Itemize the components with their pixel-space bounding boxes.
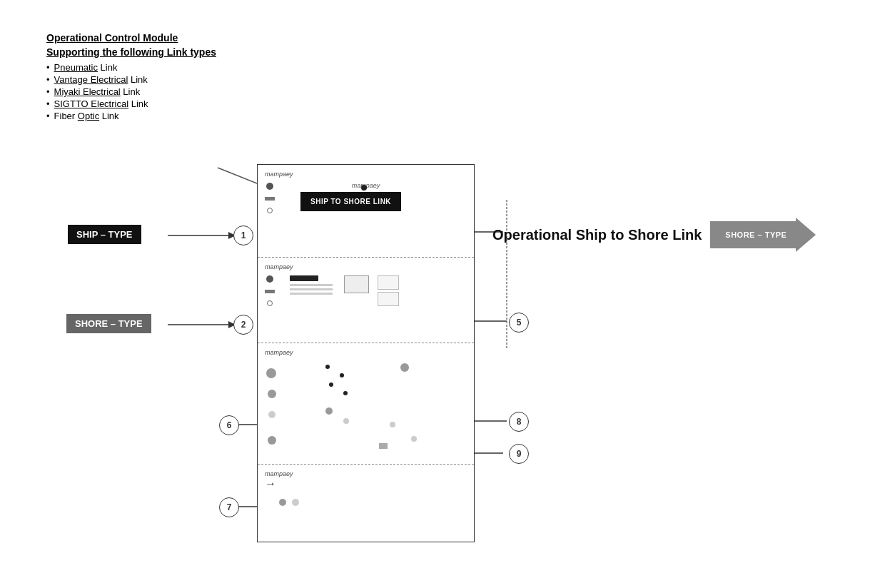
dot-center-3 <box>329 382 333 387</box>
rect-2 <box>265 290 275 293</box>
brand-label-1: mampaey <box>265 171 467 178</box>
dot-right-3 <box>411 436 417 442</box>
shore-type-label: SHORE – TYPE <box>66 314 151 333</box>
dot-mid-2 <box>343 418 349 424</box>
dot-center-2 <box>340 373 344 377</box>
dot-right-2 <box>390 422 395 427</box>
number-circle-6: 6 <box>219 415 239 435</box>
arrow-head <box>796 218 816 252</box>
central-panel: mampaey mampaey SHIP TO SHORE LINK mampa… <box>257 164 475 542</box>
panel-left-items-1 <box>265 183 275 213</box>
number-circle-2: 2 <box>233 315 253 335</box>
op-arrow-text: Operational Ship to Shore Link <box>492 227 702 243</box>
op-arrow-container: Operational Ship to Shore Link SHORE – T… <box>492 218 816 252</box>
mini-rect-2 <box>378 275 399 290</box>
section4-dots <box>279 499 299 506</box>
arrow-body: SHORE – TYPE <box>710 221 796 248</box>
section4-arrow: → <box>265 477 299 490</box>
line-entry-1 <box>290 284 333 286</box>
bullet-item-1: Pneumatic Link <box>46 62 216 73</box>
dot-center-4 <box>343 391 348 395</box>
shore-type-right-label: SHORE – TYPE <box>725 230 787 239</box>
panel-section-4: mampaey → <box>258 465 474 542</box>
number-circle-9: 9 <box>509 444 529 464</box>
number-circle-5: 5 <box>509 313 529 333</box>
dot-left-2 <box>268 390 276 398</box>
dot-left-1 <box>266 368 276 378</box>
dot-s4-2 <box>292 499 299 506</box>
mini-rect-1 <box>344 275 369 293</box>
dot-center-1 <box>325 365 330 369</box>
circle-outline-1 <box>267 208 273 213</box>
dot-mid-1 <box>325 407 333 415</box>
line-entry-2 <box>290 288 333 290</box>
dot-top-1 <box>361 185 367 191</box>
section4-content: → <box>265 477 299 506</box>
number-circle-8: 8 <box>509 412 529 432</box>
diagram-area: SHIP – TYPE SHORE – TYPE 1 2 5 6 7 8 9 m… <box>46 157 839 557</box>
ship-type-label: SHIP – TYPE <box>68 225 141 244</box>
subtitle: Supporting the following Link types <box>46 46 216 58</box>
dot-right-1 <box>400 363 409 372</box>
brand-label-2: mampaey <box>265 263 467 270</box>
panel-section-2: mampaey <box>258 258 474 343</box>
circle-1a <box>266 183 273 190</box>
brand-label-4: mampaey <box>265 470 467 477</box>
line-entry-3 <box>290 293 333 295</box>
dot-left-4 <box>268 436 276 445</box>
circle-2a <box>266 275 273 283</box>
rect-1 <box>265 197 275 201</box>
op-arrow-shape: SHORE – TYPE <box>710 218 816 252</box>
panel-section-3: mampaey <box>258 343 474 465</box>
circle-outline-2 <box>267 300 273 306</box>
mini-rect-3 <box>378 292 399 306</box>
bullet-item-2: Vantage Electrical Link <box>46 74 216 85</box>
small-rect-s3 <box>379 443 388 449</box>
bullet-list: Pneumatic Link Vantage Electrical Link M… <box>46 62 216 121</box>
panel-section-1: mampaey mampaey SHIP TO SHORE LINK <box>258 165 474 258</box>
bullet-item-5: Fiber Optic Link <box>46 111 216 121</box>
section2-content <box>290 275 399 306</box>
sts-link-button: SHIP TO SHORE LINK <box>300 192 401 211</box>
number-circle-1: 1 <box>233 225 253 245</box>
mini-bar-1 <box>290 275 318 281</box>
bullet-item-4: SIGTTO Electrical Link <box>46 98 216 109</box>
bullet-item-3: Miyaki Electrical Link <box>46 86 216 97</box>
number-circle-7: 7 <box>219 497 239 517</box>
main-title: Operational Control Module <box>46 32 216 44</box>
panel-left-items-2 <box>265 275 275 306</box>
dot-left-3 <box>268 411 275 418</box>
brand-label-3: mampaey <box>265 349 467 356</box>
dot-s4-1 <box>279 499 286 506</box>
header-section: Operational Control Module Supporting th… <box>46 32 216 123</box>
